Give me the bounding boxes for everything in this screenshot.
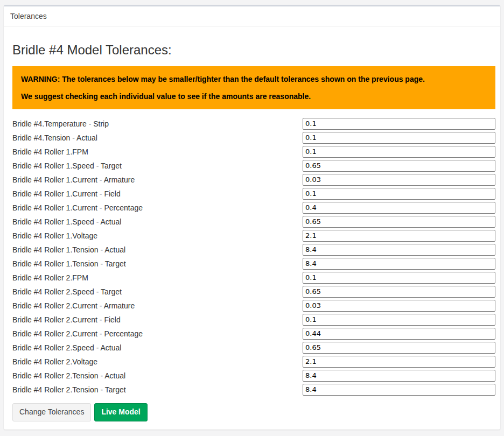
warning-line-1: WARNING: The tolerances below may be sma… (21, 75, 487, 83)
tolerance-row: Bridle #4 Roller 2.Current - Armature (12, 299, 495, 313)
tolerance-row: Bridle #4 Roller 1.Voltage (12, 229, 495, 243)
tolerance-label: Bridle #4.Tension - Actual (12, 134, 303, 142)
tolerance-label: Bridle #4 Roller 1.Tension - Target (12, 260, 303, 268)
card-body: Bridle #4 Model Tolerances: WARNING: The… (4, 27, 500, 430)
tolerance-row: Bridle #4 Roller 1.Speed - Target (12, 159, 495, 173)
tolerance-input[interactable] (303, 356, 495, 368)
tolerance-label: Bridle #4 Roller 2.Current - Armature (12, 302, 303, 310)
tolerance-row: Bridle #4 Roller 1.Tension - Actual (12, 243, 495, 257)
tolerance-row: Bridle #4 Roller 1.Current - Field (12, 187, 495, 201)
tolerance-label: Bridle #4 Roller 1.Current - Percentage (12, 204, 303, 212)
tolerance-label: Bridle #4 Roller 2.Current - Field (12, 316, 303, 324)
tolerance-row: Bridle #4 Roller 2.Current - Percentage (12, 327, 495, 341)
card-header-title: Tolerances (10, 12, 47, 20)
tolerance-input[interactable] (303, 286, 495, 298)
tolerance-input[interactable] (303, 300, 495, 312)
tolerance-label: Bridle #4.Temperature - Strip (12, 120, 303, 128)
tolerance-label: Bridle #4 Roller 1.Voltage (12, 232, 303, 240)
warning-banner: WARNING: The tolerances below may be sma… (12, 66, 495, 109)
tolerance-input[interactable] (303, 230, 495, 242)
tolerance-input[interactable] (303, 174, 495, 186)
tolerance-row: Bridle #4 Roller 2.Tension - Target (12, 383, 495, 397)
tolerance-input[interactable] (303, 272, 495, 284)
change-tolerances-button[interactable]: Change Tolerances (12, 403, 91, 421)
tolerance-label: Bridle #4 Roller 2.Speed - Actual (12, 344, 303, 351)
tolerance-input[interactable] (303, 258, 495, 270)
card-header: Tolerances (4, 6, 500, 27)
tolerance-label: Bridle #4 Roller 1.Tension - Actual (12, 246, 303, 254)
tolerance-row: Bridle #4 Roller 2.Speed - Actual (12, 341, 495, 355)
tolerance-row: Bridle #4 Roller 1.FPM (12, 145, 495, 159)
tolerance-input[interactable] (303, 146, 495, 158)
tolerance-label: Bridle #4 Roller 2.Speed - Target (12, 288, 303, 296)
tolerance-label: Bridle #4 Roller 1.Current - Armature (12, 176, 303, 184)
tolerance-row: Bridle #4 Roller 2.Speed - Target (12, 285, 495, 299)
tolerance-input[interactable] (303, 328, 495, 340)
tolerance-row: Bridle #4 Roller 1.Tension - Target (12, 257, 495, 271)
tolerance-input[interactable] (303, 314, 495, 326)
tolerance-input[interactable] (303, 342, 495, 354)
tolerance-input[interactable] (303, 244, 495, 256)
live-model-button[interactable]: Live Model (94, 403, 147, 421)
tolerance-input[interactable] (303, 118, 495, 130)
tolerance-input[interactable] (303, 384, 495, 396)
tolerance-input[interactable] (303, 188, 495, 200)
tolerance-input[interactable] (303, 132, 495, 144)
tolerance-rows: Bridle #4.Temperature - Strip Bridle #4.… (12, 117, 495, 397)
tolerance-label: Bridle #4 Roller 1.Speed - Target (12, 162, 303, 170)
tolerance-input[interactable] (303, 216, 495, 228)
warning-line-2: We suggest checking each individual valu… (21, 92, 487, 101)
tolerance-input[interactable] (303, 202, 495, 214)
tolerance-label: Bridle #4 Roller 2.Voltage (12, 358, 303, 365)
tolerance-row: Bridle #4 Roller 2.Tension - Actual (12, 369, 495, 383)
tolerance-row: Bridle #4 Roller 2.Voltage (12, 355, 495, 369)
tolerance-label: Bridle #4 Roller 1.FPM (12, 148, 303, 156)
tolerance-row: Bridle #4 Roller 2.FPM (12, 271, 495, 285)
tolerance-row: Bridle #4 Roller 2.Current - Field (12, 313, 495, 327)
tolerance-input[interactable] (303, 160, 495, 172)
button-row: Change Tolerances Live Model (12, 403, 495, 421)
tolerance-label: Bridle #4 Roller 2.Current - Percentage (12, 330, 303, 337)
tolerance-row: Bridle #4 Roller 1.Current - Percentage (12, 201, 495, 215)
tolerance-row: Bridle #4 Roller 1.Speed - Actual (12, 215, 495, 229)
tolerance-row: Bridle #4.Tension - Actual (12, 131, 495, 145)
tolerance-label: Bridle #4 Roller 1.Speed - Actual (12, 218, 303, 226)
tolerance-label: Bridle #4 Roller 2.Tension - Actual (12, 372, 303, 379)
tolerance-label: Bridle #4 Roller 2.FPM (12, 274, 303, 282)
tolerance-input[interactable] (303, 370, 495, 382)
tolerance-label: Bridle #4 Roller 1.Current - Field (12, 190, 303, 198)
tolerance-row: Bridle #4 Roller 1.Current - Armature (12, 173, 495, 187)
tolerances-card: Tolerances Bridle #4 Model Tolerances: W… (4, 5, 500, 430)
page-title: Bridle #4 Model Tolerances: (12, 43, 495, 58)
tolerance-label: Bridle #4 Roller 2.Tension - Target (12, 386, 303, 393)
tolerance-row: Bridle #4.Temperature - Strip (12, 117, 495, 131)
